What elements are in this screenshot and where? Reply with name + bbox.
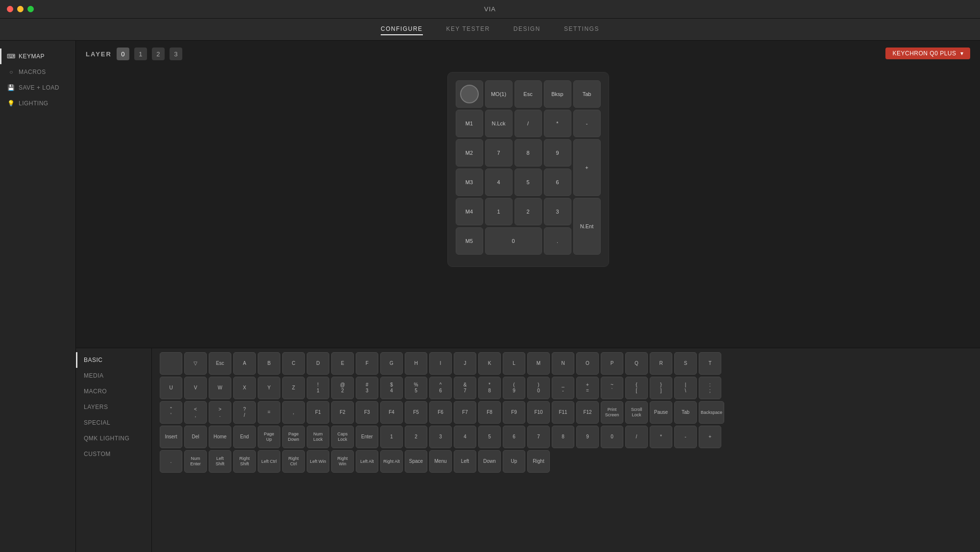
bkey-u[interactable]: U [160,377,182,399]
esc-key[interactable]: Esc [514,80,542,108]
bkey-rpar-0[interactable]: )0 [527,377,550,399]
nav-key-tester[interactable]: KEY TESTER [446,24,490,35]
bkey-f10[interactable]: F10 [527,401,550,424]
close-button[interactable] [7,6,13,12]
nav-design[interactable]: DESIGN [514,24,540,35]
bkey-at-2[interactable]: @2 [331,377,354,399]
bkey-scroll-lock[interactable]: ScrollLock [625,401,648,424]
bkey-pause[interactable]: Pause [650,401,672,424]
mul-key[interactable]: * [544,110,571,137]
bkey-np4[interactable]: 4 [454,426,476,448]
num0-key[interactable]: 0 [485,227,542,255]
bkey-star-8[interactable]: *8 [478,377,501,399]
bkey-rbrace[interactable]: }] [650,377,672,399]
bkey-f8[interactable]: F8 [478,401,501,424]
bkey-i[interactable]: I [429,352,452,375]
bkey-c[interactable]: C [282,352,305,375]
bkey-left-shift[interactable]: LeftShift [209,450,231,473]
bkey-np8[interactable]: 8 [552,426,574,448]
bkey-np-star[interactable]: * [650,426,672,448]
bkey-right-alt[interactable]: Right Alt [380,450,403,473]
m5-key[interactable]: M5 [456,227,483,255]
num2-key[interactable]: 2 [514,198,542,225]
bkey-amp-7[interactable]: &7 [454,377,476,399]
bkey-f11[interactable]: F11 [552,401,574,424]
num7-key[interactable]: 7 [485,139,513,167]
sidebar-item-macros[interactable]: ○ MACROS [0,64,75,80]
bkey-f1[interactable]: F1 [307,401,329,424]
m2-key[interactable]: M2 [456,139,483,167]
bkey-s[interactable]: S [674,352,697,375]
bkey-trns[interactable]: ▽ [184,352,207,375]
bkey-h[interactable]: H [405,352,427,375]
bkey-eq[interactable]: = [258,401,280,424]
num5-key[interactable]: 5 [514,168,542,196]
layer-btn-3[interactable]: 3 [170,48,182,60]
bkey-np-slash[interactable]: / [625,426,648,448]
minus-key[interactable]: - [573,110,601,137]
sidebar-item-keymap[interactable]: ⌨ KEYMAP [0,48,75,64]
bkey-lbrace[interactable]: {[ [625,377,648,399]
bkey-plus-eq[interactable]: += [576,377,599,399]
bkey-f5[interactable]: F5 [405,401,427,424]
bkey-pct-5[interactable]: %5 [405,377,427,399]
bkey-j[interactable]: J [454,352,476,375]
bkey-y[interactable]: Y [258,377,280,399]
bkey-t[interactable]: T [699,352,721,375]
layer-btn-0[interactable]: 0 [117,48,129,60]
bkey-q[interactable]: Q [625,352,648,375]
bs-basic[interactable]: BASIC [76,352,151,368]
bkey-end[interactable]: End [233,426,256,448]
keyboard-selector[interactable]: KEYCHRON Q0 PLUS ▾ [885,48,970,59]
bs-media[interactable]: MEDIA [76,368,151,384]
maximize-button[interactable] [27,6,34,12]
bkey-num-lock[interactable]: NumLock [307,426,329,448]
bkey-z[interactable]: Z [282,377,305,399]
bkey-np5[interactable]: 5 [478,426,501,448]
bkey-hash-3[interactable]: #3 [356,377,378,399]
bkey-p[interactable]: P [601,352,623,375]
layer-btn-1[interactable]: 1 [134,48,147,60]
bkey-np0[interactable]: 0 [601,426,623,448]
bkey-a[interactable]: A [233,352,256,375]
bkey-insert[interactable]: Insert [160,426,182,448]
num4-key[interactable]: 4 [485,168,513,196]
bkey-b[interactable]: B [258,352,280,375]
bkey-g[interactable]: G [380,352,403,375]
bs-macro[interactable]: MACRO [76,384,151,399]
bs-special[interactable]: SPECIAL [76,415,151,431]
div-key[interactable]: / [514,110,542,137]
bkey-colon-semi[interactable]: :; [699,377,721,399]
bkey-excl-1[interactable]: !1 [307,377,329,399]
bkey-np-plus[interactable]: + [699,426,721,448]
bkey-dot[interactable]: . [160,450,182,473]
bkey-lt-comma[interactable]: <, [184,401,207,424]
num6-key[interactable]: 6 [544,168,571,196]
mo1-key[interactable]: MO(1) [485,80,513,108]
m1-key[interactable]: M1 [456,110,483,137]
bkey-quote-apos[interactable]: "' [160,401,182,424]
bkey-np3[interactable]: 3 [429,426,452,448]
bkey-left-win[interactable]: Left Win [307,450,329,473]
num9-key[interactable]: 9 [544,139,571,167]
bkey-np7[interactable]: 7 [527,426,550,448]
bkey-enter[interactable]: Enter [356,426,378,448]
nent-key[interactable]: N.Ent [573,198,601,255]
bkey-np6[interactable]: 6 [503,426,525,448]
bkey-f3[interactable]: F3 [356,401,378,424]
bkey-del[interactable]: Del [184,426,207,448]
bkey-comma[interactable]: , [282,401,305,424]
num3-key[interactable]: 3 [544,198,571,225]
sidebar-item-save-load[interactable]: 💾 SAVE + LOAD [0,80,75,96]
m4-key[interactable]: M4 [456,198,483,225]
bkey-num-enter[interactable]: NumEnter [184,450,207,473]
bkey-d[interactable]: D [307,352,329,375]
bkey-f[interactable]: F [356,352,378,375]
bkey-f12[interactable]: F12 [576,401,599,424]
bkey-backspace[interactable]: Backspace [699,401,724,424]
bkey-lpar-9[interactable]: (9 [503,377,525,399]
bkey-esc[interactable]: Esc [209,352,231,375]
minimize-button[interactable] [17,6,24,12]
bkey-np-minus[interactable]: - [674,426,697,448]
knob-key[interactable] [456,80,483,108]
